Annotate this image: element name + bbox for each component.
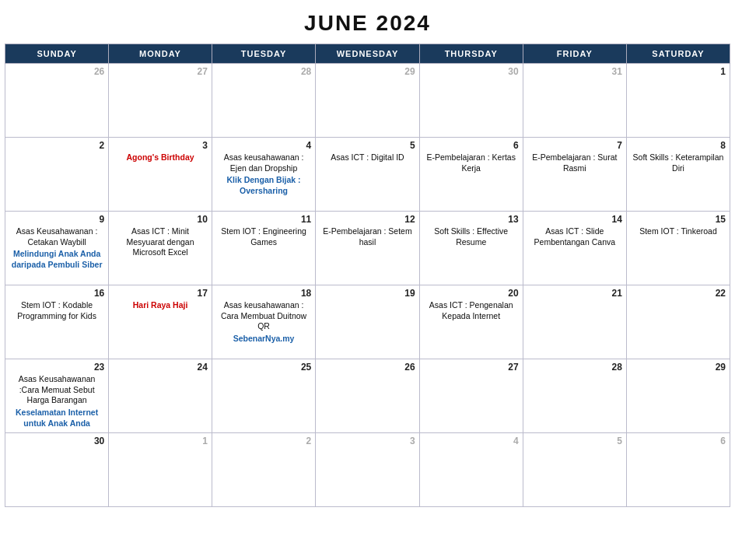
event-label: Asas Keusahawanan :Cara Memuat Sebut Har… <box>8 374 106 406</box>
calendar-grid: SUNDAYMONDAYTUESDAYWEDNESDAYTHURSDAYFRID… <box>5 44 730 507</box>
day-cell: 23Asas Keusahawanan :Cara Memuat Sebut H… <box>5 359 109 433</box>
event-label: Klik Dengan Bijak : Oversharing <box>215 175 313 196</box>
day-cell: 20Asas ICT : Pengenalan Kepada Internet <box>419 285 523 359</box>
day-number: 17 <box>111 287 209 300</box>
header-cell-friday: FRIDAY <box>523 44 626 64</box>
day-number: 12 <box>318 213 416 226</box>
header-cell-monday: MONDAY <box>109 44 212 64</box>
week-row-5: 30123456 <box>5 433 730 507</box>
event-label: Keselamatan Internet untuk Anak Anda <box>8 408 106 429</box>
event-label: Stem IOT : Tinkeroad <box>629 226 727 237</box>
day-number: 26 <box>318 361 416 374</box>
day-cell: 22 <box>626 285 730 359</box>
day-cell: 12E-Pembelajaran : Setem hasil <box>316 212 419 285</box>
day-number: 20 <box>422 287 520 300</box>
day-number: 18 <box>215 287 313 300</box>
day-cell: 1 <box>626 64 730 138</box>
event-label: Soft Skills : Keterampilan Diri <box>629 152 727 173</box>
header-cell-saturday: SATURDAY <box>626 44 730 64</box>
day-cell: 11Stem IOT : Engineering Games <box>212 212 315 285</box>
day-cell: 18Asas keusahawanan : Cara Membuat Duitn… <box>212 285 315 359</box>
day-cell: 9Asas Keusahawanan : Cetakan WaybillMeli… <box>5 212 109 285</box>
event-label: Asas ICT : Digital ID <box>318 152 416 163</box>
day-cell: 3 <box>316 433 419 507</box>
event-label: Asas ICT : Pengenalan Kepada Internet <box>422 300 520 321</box>
day-number: 30 <box>422 65 520 79</box>
day-cell: 8Soft Skills : Keterampilan Diri <box>626 138 730 212</box>
event-label: Agong's Birthday <box>111 152 209 163</box>
day-cell: 30 <box>5 433 109 507</box>
day-number: 26 <box>8 65 106 79</box>
day-cell: 27 <box>109 64 212 138</box>
day-cell: 5 <box>523 433 626 507</box>
day-cell: 28 <box>212 64 315 138</box>
day-number: 11 <box>215 213 313 226</box>
day-number: 13 <box>422 213 520 226</box>
week-row-0: 2627282930311 <box>5 64 730 138</box>
day-cell: 4Asas keusahawanan : Ejen dan DropshipKl… <box>212 138 315 212</box>
header-cell-tuesday: TUESDAY <box>212 44 315 64</box>
event-label: Stem IOT : Engineering Games <box>215 226 313 247</box>
header-cell-wednesday: WEDNESDAY <box>316 44 419 64</box>
event-label: Asas ICT : Minit Mesyuarat dengan Micros… <box>111 226 209 258</box>
event-label: SebenarNya.my <box>215 334 313 345</box>
day-number: 15 <box>629 213 727 226</box>
day-number: 25 <box>215 361 313 374</box>
day-cell: 5Asas ICT : Digital ID <box>316 138 419 212</box>
event-label: E-Pembelajaran : Kertas Kerja <box>422 152 520 173</box>
event-label: Soft Skills : Effective Resume <box>422 226 520 247</box>
event-label: Asas keusahawanan : Ejen dan Dropship <box>215 152 313 173</box>
day-number: 2 <box>8 139 106 152</box>
day-cell: 29 <box>316 64 419 138</box>
day-number: 27 <box>111 65 209 79</box>
day-cell: 21 <box>523 285 626 359</box>
calendar-container: JUNE 2024 SUNDAYMONDAYTUESDAYWEDNESDAYTH… <box>0 0 735 512</box>
day-number: 24 <box>111 361 209 374</box>
week-row-3: 16Stem IOT : Kodable Programming for Kid… <box>5 285 730 359</box>
header-row: SUNDAYMONDAYTUESDAYWEDNESDAYTHURSDAYFRID… <box>5 44 730 64</box>
day-cell: 31 <box>523 64 626 138</box>
header-cell-thursday: THURSDAY <box>419 44 523 64</box>
day-number: 27 <box>422 361 520 374</box>
event-label: Stem IOT : Kodable Programming for Kids <box>8 300 106 321</box>
day-number: 22 <box>629 287 727 300</box>
day-number: 8 <box>629 139 727 152</box>
event-label: Asas Keusahawanan : Cetakan Waybill <box>8 226 106 247</box>
day-number: 30 <box>8 435 106 448</box>
day-cell: 2 <box>212 433 315 507</box>
day-cell: 25 <box>212 359 315 433</box>
calendar-title: JUNE 2024 <box>5 6 730 44</box>
day-cell: 26 <box>5 64 109 138</box>
day-number: 4 <box>215 139 313 152</box>
day-number: 5 <box>318 139 416 152</box>
day-cell: 26 <box>316 359 419 433</box>
day-cell: 6 <box>626 433 730 507</box>
day-number: 10 <box>111 213 209 226</box>
event-label: Hari Raya Haji <box>111 300 209 311</box>
event-label: Asas keusahawanan : Cara Membuat Duitnow… <box>215 300 313 332</box>
day-number: 5 <box>526 435 624 448</box>
day-cell: 10Asas ICT : Minit Mesyuarat dengan Micr… <box>109 212 212 285</box>
day-number: 28 <box>215 65 313 79</box>
day-number: 1 <box>629 65 727 79</box>
day-number: 16 <box>8 287 106 300</box>
day-number: 21 <box>526 287 624 300</box>
day-cell: 14Asas ICT : Slide Pembentangan Canva <box>523 212 626 285</box>
day-number: 23 <box>8 361 106 374</box>
day-number: 4 <box>422 435 520 448</box>
day-cell: 28 <box>523 359 626 433</box>
day-number: 6 <box>422 139 520 152</box>
header-cell-sunday: SUNDAY <box>5 44 109 64</box>
calendar-body: 262728293031123Agong's Birthday4Asas keu… <box>5 64 730 507</box>
day-number: 3 <box>111 139 209 152</box>
day-number: 1 <box>111 435 209 448</box>
day-number: 31 <box>526 65 624 79</box>
event-label: E-Pembelajaran : Surat Rasmi <box>526 152 624 173</box>
day-cell: 3Agong's Birthday <box>109 138 212 212</box>
event-label: Asas ICT : Slide Pembentangan Canva <box>526 226 624 247</box>
day-number: 6 <box>629 435 727 448</box>
day-cell: 17Hari Raya Haji <box>109 285 212 359</box>
day-number: 14 <box>526 213 624 226</box>
day-cell: 1 <box>109 433 212 507</box>
day-cell: 13Soft Skills : Effective Resume <box>419 212 523 285</box>
